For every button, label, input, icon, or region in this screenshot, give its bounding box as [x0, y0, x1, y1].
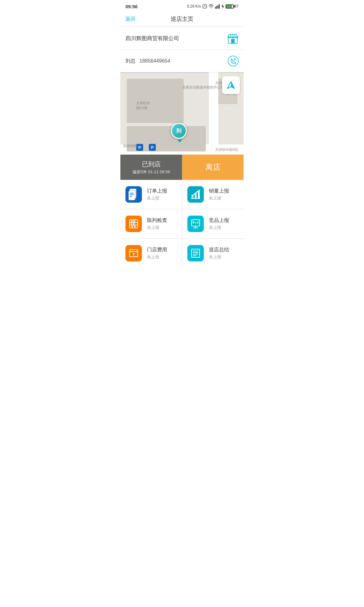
chart-icon [190, 189, 201, 200]
page-title: 巡店主页 [171, 15, 193, 23]
svg-rect-49 [195, 222, 196, 224]
contact-name: 刘总 [125, 58, 136, 64]
display-check-text: 陈列检查 未上报 [147, 217, 167, 230]
svg-rect-40 [133, 220, 135, 222]
sales-report-text: 销量上报 未上报 [209, 188, 229, 201]
contact-phone: 18856449654 [139, 58, 170, 64]
display-check-title: 陈列检查 [147, 217, 167, 224]
svg-rect-54 [191, 249, 200, 257]
shelf-icon [128, 218, 139, 229]
status-bar: 09:56 0.29 K/s [120, 0, 244, 11]
parking-sign: P [136, 144, 143, 151]
wifi-icon [209, 4, 214, 9]
svg-rect-3 [216, 6, 217, 9]
order-report-text: 订单上报 未上报 [147, 188, 167, 201]
map-section: 天府软件园D区 · 首家安业勤遥外勤软件公司 天府软件 园D2座 天府软件园D区… [120, 72, 244, 180]
money-icon: ¥ [128, 248, 139, 259]
order-report-subtitle: 未上报 [147, 195, 167, 201]
menu-item-tour-summary[interactable]: 巡店总结 未上报 [182, 239, 244, 268]
status-time: 09:56 [125, 4, 137, 9]
store-fee-title: 门店费用 [147, 247, 167, 253]
top-nav: 返回 巡店主页 [120, 11, 244, 27]
document-icon [129, 189, 139, 200]
svg-line-12 [234, 34, 235, 37]
svg-marker-6 [221, 4, 224, 9]
navigate-icon [226, 80, 236, 90]
svg-rect-4 [217, 5, 218, 9]
phone-call-icon[interactable] [228, 56, 239, 66]
competitor-report-text: 竞品上报 未上报 [209, 217, 229, 230]
svg-point-14 [228, 56, 238, 66]
map-label-company: · 首家安业勤遥外勤软件公司 [180, 85, 224, 90]
svg-rect-2 [215, 7, 216, 9]
arrived-sub: 偏差5米 01-11 09:56 [132, 169, 170, 175]
display-check-subtitle: 未上报 [147, 225, 167, 230]
tour-summary-subtitle: 未上报 [209, 254, 229, 260]
list-icon [190, 248, 201, 259]
contact-section: 刘总 18856449654 [120, 50, 244, 72]
order-report-title: 订单上报 [147, 188, 167, 194]
tour-summary-text: 巡店总结 未上报 [209, 247, 229, 260]
signal-icon [215, 4, 220, 9]
contact-info: 刘总 18856449654 [125, 58, 170, 64]
svg-line-10 [231, 34, 231, 37]
order-report-icon-wrap [125, 186, 142, 203]
svg-rect-39 [131, 220, 133, 222]
menu-item-order-report[interactable]: 订单上报 未上报 [120, 180, 182, 209]
sales-report-title: 销量上报 [209, 188, 229, 194]
navigation-button[interactable] [222, 76, 240, 94]
location-marker: 到 [171, 123, 189, 141]
svg-rect-48 [193, 221, 194, 224]
svg-line-9 [228, 34, 229, 37]
svg-rect-43 [131, 226, 133, 227]
svg-rect-8 [231, 39, 235, 43]
presentation-icon [190, 218, 201, 229]
tour-summary-title: 巡店总结 [209, 247, 229, 253]
company-section: 四川辉图商贸有限公司 [120, 27, 244, 50]
competitor-report-icon-wrap [187, 216, 204, 232]
sales-report-icon-wrap [187, 186, 204, 203]
sales-report-subtitle: 未上报 [209, 195, 229, 201]
svg-rect-42 [133, 223, 135, 225]
map-actions: 已到店 偏差5米 01-11 09:56 离店 [120, 155, 244, 180]
svg-rect-27 [129, 191, 135, 200]
map-label-d2-2: 园D2座 [136, 106, 148, 110]
menu-item-sales-report[interactable]: 销量上报 未上报 [182, 180, 244, 209]
charging-icon [221, 4, 224, 9]
menu-grid: 订单上报 未上报 销量上报 未上报 [120, 180, 244, 268]
clock-icon [202, 4, 207, 9]
leave-button[interactable]: 离店 [182, 155, 244, 180]
svg-rect-33 [198, 191, 200, 199]
menu-item-display-check[interactable]: 陈列检查 未上报 [120, 209, 182, 238]
leave-label: 离店 [205, 162, 221, 172]
svg-rect-41 [131, 223, 132, 225]
svg-line-13 [236, 34, 238, 37]
map-label-d2-1: 天府软件 [136, 101, 150, 106]
svg-rect-5 [219, 4, 220, 9]
store-fee-subtitle: 未上报 [147, 254, 167, 260]
display-check-icon-wrap [125, 216, 142, 232]
svg-text:¥: ¥ [133, 252, 135, 256]
menu-item-store-fee[interactable]: ¥ 门店费用 未上报 [120, 239, 182, 268]
status-icons: 0.29 K/s 8 [187, 4, 239, 9]
back-button[interactable]: 返回 [125, 16, 136, 22]
svg-rect-50 [197, 222, 198, 224]
store-fee-text: 门店费用 未上报 [147, 247, 167, 260]
tour-summary-icon-wrap [187, 245, 204, 261]
competitor-report-title: 竞品上报 [209, 217, 229, 224]
company-name: 四川辉图商贸有限公司 [125, 35, 179, 42]
map-label-tianfu-d2: 天府软件园D区 [215, 147, 239, 152]
arrived-button[interactable]: 已到店 偏差5米 01-11 09:56 [120, 155, 182, 180]
store-fee-icon-wrap: ¥ [125, 245, 142, 261]
parking-sign-2: P [149, 144, 156, 151]
status-speed: 0.29 K/s [187, 4, 201, 9]
store-icon [227, 33, 239, 44]
menu-item-competitor-report[interactable]: 竞品上报 未上报 [182, 209, 244, 238]
battery-indicator: 87 [226, 4, 239, 9]
gaode-logo: 高德地图 [123, 144, 137, 148]
svg-point-1 [211, 8, 211, 8]
svg-rect-44 [134, 226, 136, 227]
marker-label: 到 [176, 128, 181, 134]
competitor-report-subtitle: 未上报 [209, 225, 229, 230]
arrived-label: 已到店 [142, 160, 161, 169]
